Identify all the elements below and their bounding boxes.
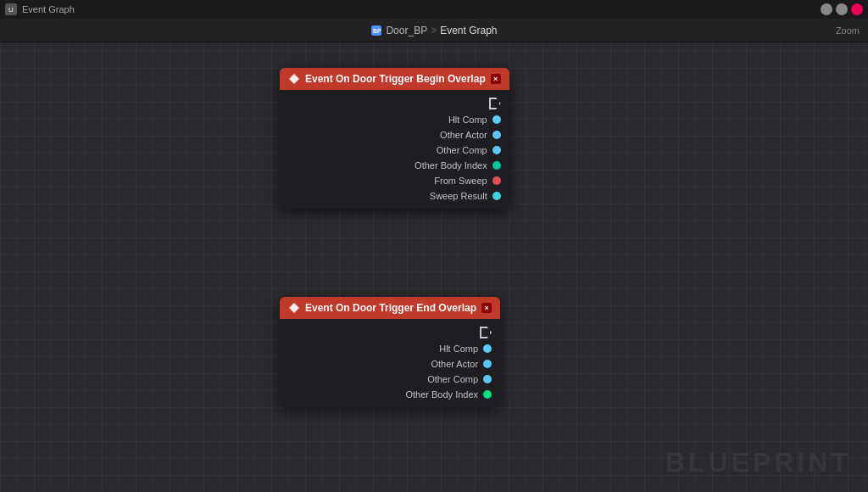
event-icon: [288, 73, 300, 85]
node-title-begin: Event On Door Trigger Begin Overlap: [305, 73, 486, 85]
pin-dot-hitcomp[interactable]: [492, 115, 501, 124]
node-close-end[interactable]: ×: [481, 303, 492, 313]
pin-dot-othercomp[interactable]: [492, 146, 501, 154]
pin-row-otheractor-2: Other Actor: [280, 356, 500, 372]
breadcrumb-separator: >: [431, 25, 437, 36]
pin-dot-fromsweep[interactable]: [492, 176, 501, 185]
node-body-end: Hlt Comp Other Actor Other Comp Other Bo…: [280, 319, 500, 407]
pin-label-othercomp: Other Comp: [437, 145, 487, 155]
zoom-label: Zoom: [836, 19, 860, 42]
pin-label-fromsweep: From Sweep: [434, 176, 487, 186]
pin-row-otherbodyindex-2: Other Body Index: [280, 387, 500, 402]
pin-row-sweepresult: Sweep Result: [280, 188, 509, 204]
node-close-begin[interactable]: ×: [491, 74, 501, 84]
pin-row-fromsweep: From Sweep: [280, 173, 509, 188]
pin-label-othercomp-2: Other Comp: [427, 374, 478, 384]
svg-marker-3: [289, 303, 299, 313]
pin-dot-otheractor[interactable]: [492, 131, 501, 139]
titlebar-title: Event Graph: [22, 4, 75, 14]
exec-pin-row: [280, 95, 509, 112]
current-page-label: Event Graph: [440, 25, 497, 36]
pin-label-otherbodyindex-2: Other Body Index: [405, 389, 478, 400]
pin-row-otheractor: Other Actor: [280, 127, 509, 143]
pin-row-otherbodyindex: Other Body Index: [280, 158, 509, 173]
node-title-end: Event On Door Trigger End Overlap: [305, 302, 476, 314]
node-header-end: Event On Door Trigger End Overlap ×: [280, 297, 500, 319]
pin-row-othercomp: Other Comp: [280, 143, 509, 158]
svg-marker-2: [289, 74, 299, 84]
window-controls[interactable]: [821, 3, 863, 15]
pin-label-otherbodyindex: Other Body Index: [415, 160, 487, 171]
app-icon: U: [5, 3, 17, 15]
pin-label-sweepresult: Sweep Result: [430, 191, 487, 201]
exec-pin-row-2: [280, 324, 500, 341]
pin-label-otheractor: Other Actor: [440, 130, 487, 140]
project-name: Door_BP: [386, 25, 427, 36]
node-body-begin: Hlt Comp Other Actor Other Comp Other Bo…: [280, 90, 509, 209]
svg-text:BP: BP: [373, 28, 381, 34]
blueprint-icon: BP: [370, 25, 382, 36]
pin-dot-otheractor-2[interactable]: [483, 360, 492, 368]
pin-row-hitcomp: Hlt Comp: [280, 112, 509, 127]
node-begin-overlap[interactable]: Event On Door Trigger Begin Overlap × Hl…: [280, 68, 509, 209]
pin-label-otheractor-2: Other Actor: [431, 359, 478, 369]
titlebar: U Event Graph: [0, 0, 868, 19]
close-button[interactable]: [851, 3, 863, 15]
pin-label-hitcomp: Hlt Comp: [448, 115, 487, 125]
pin-dot-othercomp-2[interactable]: [483, 375, 492, 383]
pin-row-hitcomp-2: Hlt Comp: [280, 341, 500, 356]
minimize-button[interactable]: [821, 3, 832, 15]
node-header-begin: Event On Door Trigger Begin Overlap ×: [280, 68, 509, 90]
pin-dot-otherbodyindex-2[interactable]: [483, 390, 492, 399]
pin-dot-hitcomp-2[interactable]: [483, 344, 492, 353]
canvas[interactable]: Event On Door Trigger Begin Overlap × Hl…: [0, 42, 868, 492]
maximize-button[interactable]: [836, 3, 848, 15]
pin-label-hitcomp-2: Hlt Comp: [439, 344, 478, 354]
pin-dot-otherbodyindex[interactable]: [492, 161, 501, 170]
pin-row-othercomp-2: Other Comp: [280, 372, 500, 387]
exec-output-pin-2[interactable]: [480, 327, 492, 338]
pin-dot-sweepresult[interactable]: [492, 192, 501, 200]
node-end-overlap[interactable]: Event On Door Trigger End Overlap × Hlt …: [280, 297, 500, 407]
breadcrumb-current: Event Graph: [440, 25, 497, 36]
exec-output-pin[interactable]: [489, 98, 501, 109]
watermark: BLUEPRINT: [665, 447, 851, 478]
titlebar-left: U Event Graph: [5, 3, 75, 15]
breadcrumb-project[interactable]: BP Door_BP: [370, 25, 427, 36]
breadcrumb-bar: BP Door_BP > Event Graph: [0, 19, 868, 42]
event-icon-2: [288, 302, 300, 314]
